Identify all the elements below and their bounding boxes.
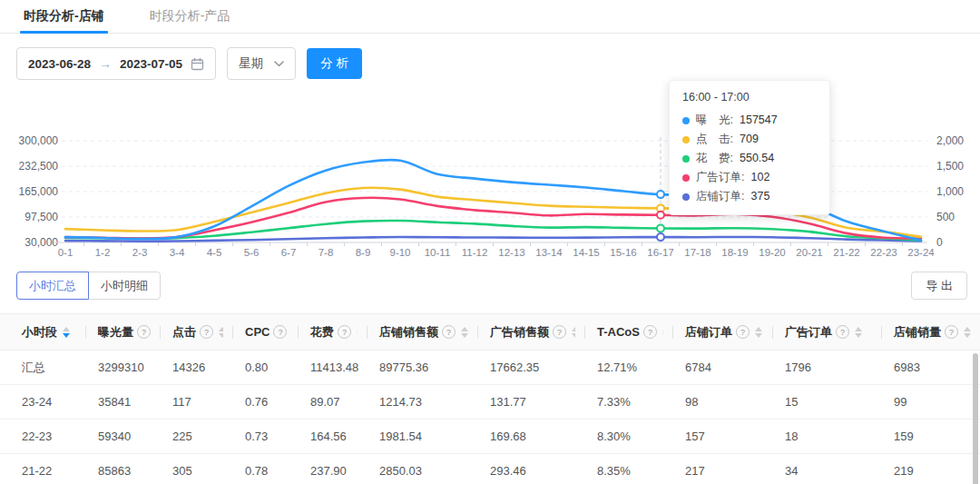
x-axis-label: 22-23: [870, 247, 897, 258]
table-cell: 8.30%: [575, 420, 663, 454]
column-header-店铺订单[interactable]: 店铺订单?: [663, 314, 763, 351]
right-axis-tick: 1,000: [936, 185, 964, 198]
export-button[interactable]: 导 出: [911, 272, 967, 300]
table-scrollbar[interactable]: [973, 353, 978, 484]
page: 时段分析-店铺 时段分析-产品 2023-06-28 → 2023-07-05 …: [0, 0, 980, 484]
x-axis-label: 8-9: [356, 247, 371, 258]
column-header-广告销售额[interactable]: 广告销售额?: [468, 314, 575, 351]
x-axis-label: 16-17: [647, 247, 673, 258]
table-cell: 35841: [76, 385, 151, 420]
tab-shop-analysis[interactable]: 时段分析-店铺: [22, 0, 106, 33]
help-icon[interactable]: ?: [338, 325, 351, 339]
series-dot-icon: [682, 174, 690, 182]
chart-tooltip: 16:00 - 17:00 曝 光:157547点 击:709花 费:550.5…: [669, 80, 830, 215]
x-axis-label: 18-19: [721, 247, 748, 258]
filter-controls: 2023-06-28 → 2023-07-05 星期 分 析: [16, 47, 362, 80]
sort-icons[interactable]: [461, 327, 468, 338]
table-cell: 1214.73: [358, 385, 468, 420]
column-header-点击[interactable]: 点击?: [151, 314, 223, 351]
x-axis-label: 17-18: [684, 247, 710, 258]
sort-asc-icon[interactable]: [63, 327, 70, 331]
sort-icons[interactable]: [755, 327, 762, 338]
help-icon[interactable]: ?: [553, 325, 566, 339]
help-icon[interactable]: ?: [200, 325, 213, 339]
tooltip-item-label: 广告订单:: [696, 168, 744, 187]
table-header-row: 小时段曝光量?点击?CPC?花费?店铺销售额?广告销售额?T-ACoS?店铺订单…: [0, 314, 980, 351]
tooltip-title: 16:00 - 17:00: [682, 91, 817, 104]
date-range-arrow-icon: →: [99, 56, 112, 71]
table-cell: 157: [663, 420, 763, 454]
sort-icons[interactable]: [855, 327, 862, 338]
tooltip-item-value: 375: [750, 187, 769, 206]
hour-detail-button[interactable]: 小时明细: [88, 272, 161, 300]
series-dot-icon: [682, 193, 690, 201]
right-axis-tick: 500: [936, 211, 955, 223]
table-cell: 169.68: [468, 420, 575, 454]
table-cell: 89775.36: [358, 351, 468, 385]
table-cell: 225: [151, 420, 223, 454]
granularity-select[interactable]: 星期: [227, 47, 296, 80]
granularity-value: 星期: [239, 55, 263, 72]
column-header-花费[interactable]: 花费?: [289, 314, 358, 351]
sort-icons[interactable]: [964, 327, 971, 338]
date-end-value[interactable]: 2023-07-05: [120, 57, 182, 71]
x-axis-label: 7-8: [318, 247, 334, 258]
column-header-CPC[interactable]: CPC?: [223, 314, 289, 351]
sort-asc-icon[interactable]: [755, 327, 762, 331]
table-cell: 159: [872, 420, 980, 454]
series-dot-icon: [682, 136, 690, 143]
help-icon[interactable]: ?: [836, 325, 849, 339]
data-table: 小时段曝光量?点击?CPC?花费?店铺销售额?广告销售额?T-ACoS?店铺订单…: [0, 313, 980, 484]
hover-marker-广告订单: [657, 212, 664, 219]
help-icon[interactable]: ?: [736, 325, 750, 339]
table-cell: 23-24: [0, 385, 76, 420]
chevron-down-icon: [274, 61, 284, 67]
column-header-T-ACoS[interactable]: T-ACoS?: [575, 314, 663, 351]
column-header-店铺销量[interactable]: 店铺销量?: [872, 314, 980, 351]
x-axis-label: 23-24: [907, 247, 935, 258]
tooltip-items: 曝 光:157547点 击:709花 费:550.54广告订单:102店铺订单:…: [682, 111, 817, 206]
x-axis-label: 11-12: [462, 247, 488, 258]
table-cell: 237.90: [289, 454, 358, 484]
column-label: 花费: [310, 324, 334, 341]
sort-icons[interactable]: [63, 327, 70, 338]
date-start-value[interactable]: 2023-06-28: [28, 57, 91, 71]
tooltip-item-label: 花 费:: [696, 149, 733, 168]
table-cell: 8.35%: [575, 454, 663, 484]
x-axis-label: 2-3: [132, 247, 148, 258]
sort-desc-icon[interactable]: [964, 333, 971, 338]
sort-desc-icon[interactable]: [755, 333, 762, 338]
table-cell: 117: [151, 385, 223, 420]
table-cell: 6983: [872, 351, 980, 385]
x-axis-label: 20-21: [796, 247, 822, 258]
sort-asc-icon[interactable]: [461, 327, 468, 331]
hover-marker-店铺订单: [657, 233, 664, 241]
x-axis-label: 19-20: [759, 247, 785, 258]
help-icon[interactable]: ?: [273, 325, 287, 339]
table-cell: 0.76: [223, 385, 289, 420]
sort-asc-icon[interactable]: [855, 327, 862, 331]
hour-summary-button[interactable]: 小时汇总: [16, 272, 89, 300]
column-header-广告订单[interactable]: 广告订单?: [763, 314, 872, 351]
x-axis-label: 12-13: [498, 247, 524, 258]
analyze-button[interactable]: 分 析: [307, 48, 362, 79]
tab-product-analysis[interactable]: 时段分析-产品: [148, 0, 232, 33]
tab-product-analysis-label: 时段分析-产品: [150, 8, 230, 25]
sort-desc-icon[interactable]: [63, 333, 70, 338]
sort-desc-icon[interactable]: [855, 333, 862, 338]
date-range-picker[interactable]: 2023-06-28 → 2023-07-05: [16, 47, 216, 80]
table-cell: 3299310: [76, 351, 151, 385]
help-icon[interactable]: ?: [945, 325, 958, 339]
column-header-曝光量[interactable]: 曝光量?: [76, 314, 151, 351]
sort-asc-icon[interactable]: [964, 327, 971, 331]
help-icon[interactable]: ?: [643, 325, 657, 339]
help-icon[interactable]: ?: [442, 325, 456, 339]
column-header-店铺销售额[interactable]: 店铺销售额?: [358, 314, 468, 351]
calendar-icon: [191, 57, 204, 71]
x-axis-label: 3-4: [170, 247, 185, 258]
sort-desc-icon[interactable]: [461, 333, 468, 338]
help-icon[interactable]: ?: [137, 325, 151, 339]
line-chart[interactable]: 300,0002,000232,5001,500165,0001,00097,5…: [0, 84, 980, 268]
tooltip-item-label: 点 击:: [696, 130, 733, 149]
column-header-小时段[interactable]: 小时段: [0, 314, 76, 351]
